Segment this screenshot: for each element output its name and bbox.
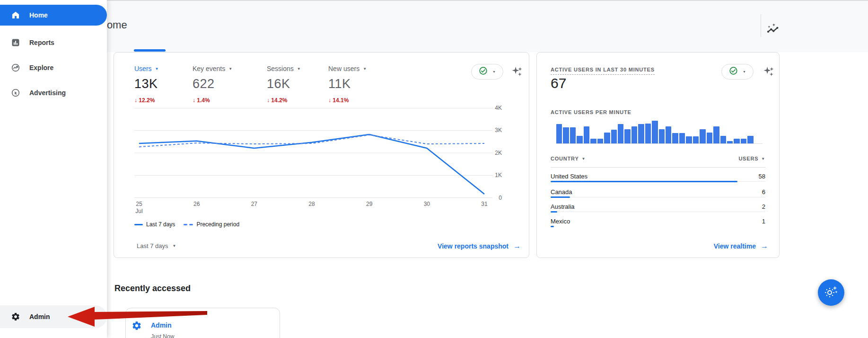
chevron-down-icon[interactable]: ▼ — [155, 67, 159, 71]
column-header-country[interactable]: COUNTRY▼ — [551, 156, 586, 161]
header-band — [0, 0, 868, 52]
recent-admin-link[interactable]: Admin — [151, 321, 172, 329]
down-arrow-icon: ↓ — [328, 97, 331, 104]
legend-last-7-days: Last 7 days — [134, 221, 175, 228]
chevron-down-icon[interactable]: ▼ — [297, 67, 301, 71]
sidebar-item-advertising[interactable]: Advertising — [0, 82, 107, 103]
ai-assistant-fab[interactable] — [818, 279, 844, 306]
recently-accessed-card[interactable]: Admin Just Now — [125, 308, 280, 338]
top-edge-divider — [0, 0, 868, 1]
metric-delta: ↓ 1.4% — [193, 97, 249, 104]
check-circle-icon — [729, 66, 738, 77]
metric-tab-new-users[interactable]: New users▼ 11K ↓ 14.1% — [328, 53, 385, 104]
metric-delta: ↓ 12.2% — [134, 97, 191, 104]
table-divider — [551, 167, 765, 168]
table-row: Canada 6 — [551, 188, 765, 200]
metric-label: Key events — [193, 65, 225, 72]
chevron-down-icon[interactable]: ▼ — [363, 67, 367, 71]
ai-insights-button[interactable] — [762, 65, 775, 78]
per-minute-label: ACTIVE USERS PER MINUTE — [551, 109, 631, 115]
metric-delta: ↓ 14.2% — [267, 97, 324, 104]
dashed-line-swatch — [184, 224, 193, 225]
realtime-card: ACTIVE USERS IN LAST 30 MINUTES 67 ▼ ACT… — [536, 52, 780, 258]
table-row: United States 58 — [551, 173, 765, 184]
metric-value: 13K — [134, 77, 191, 91]
chevron-down-icon: ▼ — [492, 70, 496, 73]
y-axis-labels: 4K3K2K1K0 — [478, 108, 502, 198]
gear-sparkle-icon — [824, 284, 839, 301]
row-divider — [551, 212, 765, 212]
realtime-card-title: ACTIVE USERS IN LAST 30 MINUTES — [551, 67, 655, 75]
x-axis-labels: 25Jul262728293031 — [134, 201, 492, 216]
metric-value: 16K — [267, 77, 324, 91]
chevron-down-icon: ▼ — [761, 157, 765, 161]
chevron-down-icon: ▼ — [582, 157, 586, 161]
metric-label: Users — [134, 65, 152, 72]
country-users: 6 — [762, 188, 765, 196]
active-users-value: 67 — [551, 75, 566, 91]
country-users: 2 — [762, 203, 765, 210]
table-row: Mexico 1 — [551, 218, 765, 229]
active-users-bar-chart — [556, 119, 760, 143]
view-reports-snapshot-link[interactable]: View reports snapshot→ — [379, 242, 521, 250]
country-bar — [551, 181, 737, 182]
country-bar — [551, 196, 570, 198]
metric-label: Sessions — [267, 65, 294, 72]
sidebar-item-admin[interactable]: Admin — [0, 305, 107, 328]
sidebar-item-reports[interactable]: Reports — [0, 32, 107, 53]
reports-icon — [11, 38, 20, 47]
country-users: 1 — [762, 218, 765, 225]
insights-button[interactable] — [764, 21, 781, 38]
metric-tab-key-events[interactable]: Key events▼ 622 ↓ 1.4% — [193, 53, 249, 104]
chart-legend: Last 7 days Preceding period — [134, 221, 239, 228]
data-quality-dropdown[interactable]: ▼ — [471, 64, 503, 80]
table-row: Australia 2 — [551, 203, 765, 214]
metric-value: 622 — [193, 77, 249, 91]
metric-label: New users — [328, 65, 359, 72]
selected-tab-indicator — [134, 49, 166, 52]
legend-preceding-period: Preceding period — [184, 221, 239, 228]
recently-accessed-title: Recently accessed — [114, 284, 191, 294]
chevron-down-icon: ▼ — [173, 244, 176, 248]
gear-icon — [11, 312, 20, 321]
metric-value: 11K — [328, 77, 385, 91]
check-circle-icon — [479, 66, 488, 77]
overview-card: Users▼ 13K ↓ 12.2% Key events▼ 622 ↓ 1.4… — [114, 52, 529, 258]
country-table-header: COUNTRY▼ USERS▼ — [551, 156, 765, 161]
sidebar-item-explore[interactable]: Explore — [0, 57, 107, 78]
chevron-down-icon: ▼ — [743, 70, 746, 73]
advertising-icon — [11, 88, 20, 98]
right-arrow-icon: → — [513, 242, 521, 250]
country-name: Australia — [551, 203, 575, 210]
gear-icon — [132, 320, 142, 331]
users-trend-chart — [134, 108, 492, 198]
country-name: Mexico — [551, 218, 570, 225]
view-realtime-link[interactable]: View realtime→ — [626, 242, 768, 250]
solid-line-swatch — [134, 224, 143, 225]
sparkle-icon — [510, 71, 524, 80]
sidebar: Home Reports Explore — [0, 0, 107, 338]
metric-tab-users[interactable]: Users▼ 13K ↓ 12.2% — [134, 53, 191, 104]
ga-home-page: Home Users▼ 13K ↓ 12.2% Key events▼ 622 … — [0, 0, 868, 338]
header-divider — [761, 14, 761, 37]
row-divider — [551, 197, 765, 197]
country-bar — [551, 226, 554, 227]
bar-chart-baseline — [556, 143, 763, 144]
explore-icon — [11, 63, 20, 72]
sidebar-item-home[interactable]: Home — [0, 5, 107, 26]
down-arrow-icon: ↓ — [267, 97, 270, 104]
column-header-users[interactable]: USERS▼ — [738, 156, 765, 161]
chevron-down-icon[interactable]: ▼ — [228, 67, 232, 71]
country-users: 58 — [759, 173, 765, 180]
home-icon — [11, 10, 20, 20]
row-divider — [551, 226, 765, 227]
recent-admin-subtext: Just Now — [151, 333, 174, 338]
insights-icon — [766, 21, 780, 37]
country-name: United States — [551, 173, 587, 180]
data-quality-dropdown[interactable]: ▼ — [721, 64, 754, 80]
ai-insights-button[interactable] — [510, 65, 524, 78]
down-arrow-icon: ↓ — [134, 97, 137, 104]
metric-tab-sessions[interactable]: Sessions▼ 16K ↓ 14.2% — [267, 53, 324, 104]
date-range-selector[interactable]: Last 7 days ▼ — [137, 242, 176, 249]
country-name: Canada — [551, 188, 572, 196]
